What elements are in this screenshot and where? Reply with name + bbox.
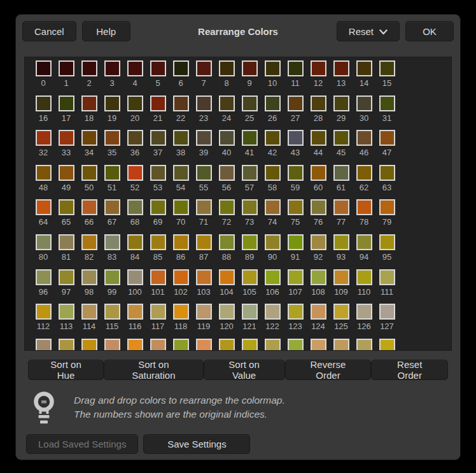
color-swatch[interactable]: [356, 165, 372, 181]
color-swatch[interactable]: [59, 304, 74, 320]
color-swatch[interactable]: [104, 234, 120, 250]
colormap-cell[interactable]: 60: [307, 165, 330, 200]
colormap-cell[interactable]: 98: [78, 269, 101, 304]
color-swatch[interactable]: [81, 95, 97, 111]
reverse-order-button[interactable]: Reverse Order: [285, 360, 372, 380]
color-swatch[interactable]: [265, 234, 281, 250]
colormap-cell[interactable]: 50: [78, 165, 101, 200]
color-swatch[interactable]: [265, 304, 281, 320]
colormap-cell[interactable]: 77: [330, 199, 353, 234]
colormap-cell[interactable]: 38: [169, 130, 192, 165]
colormap-cell[interactable]: 81: [55, 234, 78, 269]
color-swatch[interactable]: [242, 95, 258, 111]
load-saved-settings-button[interactable]: Load Saved Settings: [26, 434, 138, 454]
colormap-cell[interactable]: 44: [307, 130, 330, 165]
color-swatch[interactable]: [356, 269, 372, 285]
colormap-cell[interactable]: 36: [123, 130, 146, 165]
colormap-cell[interactable]: 4: [123, 60, 146, 95]
colormap-cell[interactable]: 129: [55, 339, 78, 351]
color-swatch[interactable]: [81, 165, 97, 181]
colormap-cell[interactable]: 115: [101, 304, 123, 339]
colormap-cell[interactable]: 51: [101, 165, 123, 200]
color-swatch[interactable]: [59, 60, 74, 76]
colormap-cell[interactable]: 80: [32, 234, 55, 269]
color-swatch[interactable]: [311, 130, 326, 146]
color-swatch[interactable]: [36, 339, 52, 351]
ok-button[interactable]: OK: [405, 21, 454, 41]
color-swatch[interactable]: [265, 165, 281, 181]
color-swatch[interactable]: [104, 304, 120, 320]
colormap-cell[interactable]: 127: [375, 304, 398, 339]
color-swatch[interactable]: [150, 60, 166, 76]
color-swatch[interactable]: [81, 339, 97, 351]
colormap-cell[interactable]: 141: [330, 339, 353, 351]
colormap-cell[interactable]: 72: [215, 199, 238, 234]
color-swatch[interactable]: [219, 165, 235, 181]
color-swatch[interactable]: [127, 60, 143, 76]
colormap-cell[interactable]: 107: [284, 269, 307, 304]
colormap-cell[interactable]: 15: [375, 60, 398, 95]
color-swatch[interactable]: [36, 304, 52, 320]
color-swatch[interactable]: [219, 304, 235, 320]
color-swatch[interactable]: [127, 165, 143, 181]
colormap-cell[interactable]: 96: [32, 269, 55, 304]
colormap-cell[interactable]: 130: [78, 339, 101, 351]
save-settings-button[interactable]: Save Settings: [143, 434, 250, 454]
color-swatch[interactable]: [196, 199, 212, 215]
colormap-cell[interactable]: 108: [307, 269, 330, 304]
colormap-cell[interactable]: 53: [146, 165, 169, 200]
color-swatch[interactable]: [81, 304, 97, 320]
colormap-cell[interactable]: 21: [146, 95, 169, 131]
color-swatch[interactable]: [173, 95, 189, 111]
color-swatch[interactable]: [173, 165, 189, 181]
color-swatch[interactable]: [127, 234, 143, 250]
color-swatch[interactable]: [104, 165, 120, 181]
color-swatch[interactable]: [242, 304, 258, 320]
colormap-cell[interactable]: 9: [238, 60, 261, 95]
color-swatch[interactable]: [104, 130, 120, 146]
color-swatch[interactable]: [104, 95, 120, 111]
colormap-cell[interactable]: 104: [215, 269, 238, 304]
color-swatch[interactable]: [219, 339, 235, 351]
color-swatch[interactable]: [288, 165, 304, 181]
colormap-cell[interactable]: 89: [238, 234, 261, 269]
color-swatch[interactable]: [196, 130, 212, 146]
color-swatch[interactable]: [127, 304, 143, 320]
color-swatch[interactable]: [242, 269, 258, 285]
colormap-cell[interactable]: 61: [330, 165, 353, 200]
colormap-cell[interactable]: 135: [192, 339, 215, 351]
color-swatch[interactable]: [173, 130, 189, 146]
color-swatch[interactable]: [333, 199, 349, 215]
color-swatch[interactable]: [150, 130, 166, 146]
colormap-cell[interactable]: 109: [330, 269, 353, 304]
colormap-cell[interactable]: 105: [238, 269, 261, 304]
colormap-cell[interactable]: 73: [238, 199, 261, 234]
colormap-cell[interactable]: 12: [307, 60, 330, 95]
colormap-cell[interactable]: 55: [192, 165, 215, 200]
colormap-cell[interactable]: 13: [330, 60, 353, 95]
colormap-cell[interactable]: 99: [101, 269, 123, 304]
color-swatch[interactable]: [356, 339, 372, 351]
colormap-cell[interactable]: 11: [284, 60, 307, 95]
color-swatch[interactable]: [196, 339, 212, 351]
color-swatch[interactable]: [59, 234, 74, 250]
colormap-cell[interactable]: 43: [284, 130, 307, 165]
colormap-cell[interactable]: 131: [101, 339, 123, 351]
color-swatch[interactable]: [173, 60, 189, 76]
colormap-cell[interactable]: 82: [78, 234, 101, 269]
color-swatch[interactable]: [242, 234, 258, 250]
color-swatch[interactable]: [265, 60, 281, 76]
color-swatch[interactable]: [173, 234, 189, 250]
colormap-cell[interactable]: 28: [307, 95, 330, 131]
color-swatch[interactable]: [288, 199, 304, 215]
colormap-cell[interactable]: 23: [192, 95, 215, 131]
color-swatch[interactable]: [333, 130, 349, 146]
color-swatch[interactable]: [81, 269, 97, 285]
colormap-cell[interactable]: 120: [215, 304, 238, 339]
color-swatch[interactable]: [379, 165, 395, 181]
colormap-cell[interactable]: 122: [261, 304, 284, 339]
color-swatch[interactable]: [333, 339, 349, 351]
colormap-cell[interactable]: 17: [55, 95, 78, 131]
color-swatch[interactable]: [36, 269, 52, 285]
colormap-cell[interactable]: 83: [101, 234, 123, 269]
